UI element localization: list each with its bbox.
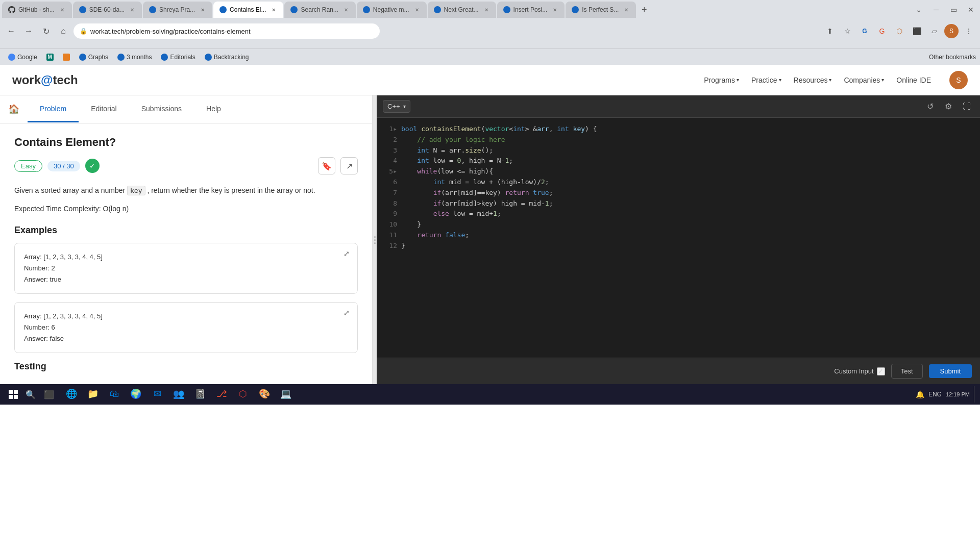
star-icon[interactable]: ☆	[840, 24, 854, 38]
extensions-button[interactable]: ⬛	[910, 24, 924, 38]
expand-icon-2[interactable]: ⤢	[341, 308, 352, 319]
tab-help[interactable]: Help	[194, 96, 233, 122]
panel-resizer[interactable]	[373, 95, 377, 384]
address-bar-row: ← → ↻ ⌂ 🔒 workat.tech/problem-solving/pr…	[0, 19, 980, 43]
tab-close[interactable]: ✕	[483, 6, 490, 13]
taskbar-vscode[interactable]: 💻	[276, 384, 296, 405]
taskbar-store[interactable]: 🛍	[104, 384, 125, 405]
start-button[interactable]	[4, 385, 22, 404]
taskbar-show-desktop[interactable]	[974, 386, 976, 403]
home-button[interactable]: ⌂	[56, 24, 70, 38]
tab-contains[interactable]: Contains El... ✕	[213, 2, 283, 18]
tab-close[interactable]: ✕	[342, 6, 350, 13]
nav-practice[interactable]: Practice ▾	[751, 76, 781, 84]
forward-button[interactable]: →	[21, 24, 36, 38]
tab-close[interactable]: ✕	[270, 6, 277, 13]
nav-online-ide[interactable]: Online IDE	[896, 76, 931, 84]
nav-arrow-icon: ▾	[737, 77, 739, 83]
tab-close[interactable]: ✕	[59, 6, 66, 13]
nav-companies[interactable]: Companies ▾	[844, 76, 884, 84]
taskbar-paint[interactable]: 🎨	[254, 384, 275, 405]
taskbar-edge[interactable]: 🌐	[61, 384, 82, 405]
tab-insertpos[interactable]: Insert Posi... ✕	[497, 2, 565, 18]
address-input[interactable]: 🔒 workat.tech/problem-solving/practice/c…	[74, 23, 380, 39]
code-area[interactable]: 1▸ 2 3 4 5▸ 6 7 8 9 10 11 12 bool contai…	[377, 118, 980, 358]
tab-bar: GitHub - sh... ✕ SDE-60-da... ✕ Shreya P…	[0, 0, 980, 19]
complexity-text: Expected Time Complexity: O(log n)	[14, 205, 358, 213]
tab-list-button[interactable]: ⌄	[912, 3, 926, 17]
share-button[interactable]: ↗	[340, 157, 358, 174]
other-bookmarks[interactable]: Other bookmarks	[929, 54, 976, 61]
minimize-button[interactable]: ─	[929, 3, 943, 17]
refresh-button[interactable]: ↻	[39, 24, 53, 38]
tab-problem[interactable]: Problem	[28, 96, 79, 122]
tab-close[interactable]: ✕	[199, 6, 206, 13]
taskbar-search[interactable]: 🔍	[22, 386, 39, 403]
extension-other[interactable]: ⬡	[892, 24, 906, 38]
language-select[interactable]: C++ ▾	[383, 100, 410, 113]
fullscreen-icon[interactable]: ⛶	[960, 99, 974, 114]
sidebar-button[interactable]: ▱	[927, 24, 941, 38]
extension-grammarly2[interactable]: G	[875, 24, 889, 38]
close-browser-button[interactable]: ✕	[964, 3, 978, 17]
home-tab[interactable]: 🏠	[0, 95, 28, 123]
left-panel: 🏠 Problem Editorial Submissions Help Con…	[0, 95, 373, 384]
nav-resources[interactable]: Resources ▾	[794, 76, 832, 84]
submit-button[interactable]: Submit	[929, 364, 972, 378]
taskbar-npm[interactable]: ⬡	[233, 384, 253, 405]
svg-rect-3	[14, 395, 18, 399]
tab-searchrand[interactable]: Search Ran... ✕	[284, 2, 355, 18]
taskbar-onenote[interactable]: 📓	[190, 384, 210, 405]
settings-icon[interactable]: ⚙	[941, 99, 955, 114]
taskbar-notification[interactable]: 🔔	[916, 390, 924, 398]
tab-close[interactable]: ✕	[413, 6, 421, 13]
restore-button[interactable]: ▭	[946, 3, 961, 17]
taskbar-outlook[interactable]: ✉	[147, 384, 167, 405]
share-page-icon[interactable]: ⬆	[823, 24, 837, 38]
bookmark-3months[interactable]: 3 months	[113, 53, 156, 62]
bookmark-button[interactable]: 🔖	[318, 157, 335, 174]
taskbar-file-explorer[interactable]: 📁	[83, 384, 103, 405]
tab-editorial[interactable]: Editorial	[79, 96, 129, 122]
undo-icon[interactable]: ↺	[923, 99, 937, 114]
back-button[interactable]: ←	[4, 24, 18, 38]
expand-icon-1[interactable]: ⤢	[341, 248, 352, 260]
tab-isperfect[interactable]: Is Perfect S... ✕	[566, 2, 636, 18]
taskbar-teams[interactable]: 👥	[168, 384, 189, 405]
tab-close[interactable]: ✕	[551, 6, 558, 13]
svg-rect-0	[9, 390, 13, 394]
bookmark-m[interactable]: M	[42, 53, 58, 62]
tab-nextgreat[interactable]: Next Great... ✕	[428, 2, 496, 18]
testing-title: Testing	[14, 361, 358, 372]
bookmark-backtracking[interactable]: Backtracking	[201, 53, 253, 62]
taskbar-chrome[interactable]: 🌍	[126, 384, 146, 405]
tab-submissions[interactable]: Submissions	[129, 96, 194, 122]
bookmark-google[interactable]: Google	[4, 53, 41, 62]
nav-programs[interactable]: Programs ▾	[704, 76, 739, 84]
custom-input-checkbox[interactable]: ✓	[877, 367, 885, 375]
extension-grammarly[interactable]: G	[857, 24, 872, 38]
tab-sde60[interactable]: SDE-60-da... ✕	[73, 2, 142, 18]
bookmark-graphs[interactable]: Graphs	[75, 53, 112, 62]
tab-close[interactable]: ✕	[623, 6, 630, 13]
bookmark-editorials[interactable]: Editorials	[157, 53, 199, 62]
lock-icon: 🔒	[80, 28, 87, 35]
profile-avatar[interactable]: S	[944, 24, 959, 38]
user-avatar[interactable]: S	[949, 71, 968, 89]
code-text[interactable]: bool containsElement(vector<int> &arr, i…	[401, 118, 980, 358]
tab-shreya[interactable]: Shreya Pra... ✕	[143, 2, 212, 18]
taskbar-task-view[interactable]: ⬛	[41, 386, 57, 403]
example-1: ⤢ Array: [1, 2, 3, 3, 3, 4, 4, 5] Number…	[14, 243, 358, 294]
test-button[interactable]: Test	[891, 364, 923, 379]
taskbar-right: 🔔 ENG 12:19 PM	[916, 386, 976, 403]
badges-row: Easy 30 / 30 ✓ 🔖 ↗	[14, 157, 358, 174]
tab-github[interactable]: GitHub - sh... ✕	[2, 2, 72, 18]
site-logo[interactable]: work@tech	[12, 73, 78, 87]
taskbar-git[interactable]: ⎇	[211, 384, 232, 405]
taskbar-keyboard[interactable]: ENG	[928, 391, 942, 398]
new-tab-button[interactable]: +	[637, 3, 651, 17]
bookmark-chart[interactable]	[59, 53, 74, 62]
menu-button[interactable]: ⋮	[962, 24, 976, 38]
tab-close[interactable]: ✕	[129, 6, 136, 13]
tab-negativem[interactable]: Negative m... ✕	[357, 2, 427, 18]
